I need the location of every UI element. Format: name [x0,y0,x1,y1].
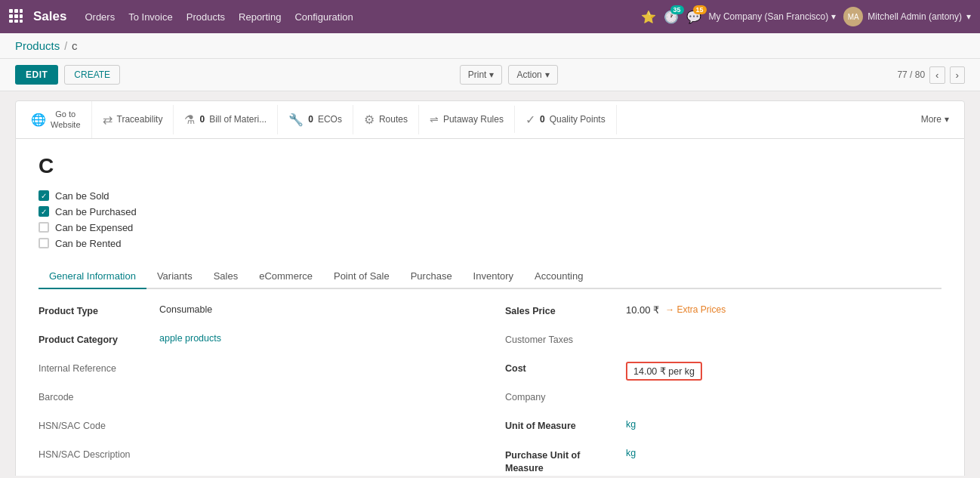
customer-taxes-label: Customer Taxes [505,333,626,345]
grid-icon[interactable] [9,9,23,25]
can-be-purchased-checkbox[interactable]: ✓ [39,206,49,217]
checkbox-can-be-rented: Can be Rented [39,238,941,249]
action-chevron-icon: ▾ [545,69,550,80]
bom-label: Bill of Materi... [209,114,267,125]
print-button[interactable]: Print ▾ [460,65,503,85]
svg-rect-4 [14,14,18,18]
quality-points-button[interactable]: ✓ 0 Quality Points [515,105,617,134]
ecos-icon: 🔧 [288,113,304,127]
nav-links: Orders To Invoice Products Reporting Con… [85,8,640,26]
tab-accounting[interactable]: Accounting [524,264,593,289]
company-selector[interactable]: My Company (San Francisco) ▾ [709,11,837,22]
can-be-expensed-checkbox[interactable] [39,222,49,233]
tab-general-information[interactable]: General Information [39,264,146,289]
more-label: More [921,114,941,125]
nav-reporting[interactable]: Reporting [239,8,281,26]
breadcrumb: Products / c [0,33,980,59]
putaway-icon: ⇌ [430,113,439,125]
star-icon[interactable]: ⭐ [641,10,656,24]
routes-label: Routes [379,114,408,125]
more-button[interactable]: More ▾ [911,106,960,132]
field-barcode: Barcode [39,390,475,410]
can-be-rented-label: Can be Rented [55,238,121,249]
form-area: C ✓ Can be Sold ✓ Can be Purchased Can b… [15,139,965,476]
right-fields: Sales Price 10.00 ₹ → Extra Prices Custo… [505,304,941,476]
can-be-sold-checkbox[interactable]: ✓ [39,190,49,201]
pagination: 77 / 80 ‹ › [897,66,965,84]
tab-sales[interactable]: Sales [203,264,249,289]
internal-reference-label: Internal Reference [39,362,159,374]
can-be-purchased-label: Can be Purchased [55,206,137,217]
cost-label: Cost [505,362,626,374]
nav-to-invoice[interactable]: To Invoice [128,8,173,26]
page-wrapper: Sales Orders To Invoice Products Reporti… [0,0,980,476]
field-company: Company [505,390,941,410]
checkbox-can-be-expensed: Can be Expensed [39,222,941,233]
hsn-description-label: HSN/SAC Description [39,448,159,460]
pagination-prev[interactable]: ‹ [929,66,945,84]
breadcrumb-separator: / [64,40,67,52]
routes-icon: ⚙ [364,113,374,127]
checkboxes: ✓ Can be Sold ✓ Can be Purchased Can be … [39,190,941,249]
cost-value[interactable]: 14.00 ₹ per kg [626,362,702,381]
tab-purchase[interactable]: Purchase [400,264,463,289]
svg-rect-8 [20,20,23,23]
uom-value[interactable]: kg [626,419,636,430]
tab-point-of-sale[interactable]: Point of Sale [323,264,400,289]
barcode-label: Barcode [39,390,159,402]
pagination-next[interactable]: › [950,66,965,84]
nav-products[interactable]: Products [186,8,225,26]
checkbox-can-be-sold: ✓ Can be Sold [39,190,941,202]
hsn-code-label: HSN/SAC Code [39,419,159,431]
purchase-uom-value[interactable]: kg [626,448,636,458]
goto-website-button[interactable]: 🌐 Go toWebsite [20,101,92,138]
top-navigation: Sales Orders To Invoice Products Reporti… [0,0,980,33]
field-hsn-code: HSN/SAC Code [39,419,475,439]
quality-label: Quality Points [550,114,606,125]
chat-icon[interactable]: 💬 15 [686,10,701,24]
purchase-uom-label: Purchase Unit ofMeasure [505,448,626,476]
field-uom: Unit of Measure kg [505,419,941,439]
topnav-right: ⭐ 🕐 35 💬 15 My Company (San Francisco) ▾… [641,7,971,26]
breadcrumb-parent[interactable]: Products [15,39,60,52]
edit-button[interactable]: EDIT [15,65,58,85]
left-fields: Product Type Consumable Product Category… [39,304,475,476]
tab-variants[interactable]: Variants [146,264,203,289]
svg-rect-1 [14,9,18,13]
globe-icon: 🌐 [31,113,46,127]
product-type-value: Consumable [159,304,212,315]
tab-inventory[interactable]: Inventory [463,264,524,289]
create-button[interactable]: CREATE [64,65,120,85]
clock-badge: 35 [670,5,684,14]
svg-rect-0 [9,9,13,13]
svg-rect-6 [9,20,13,23]
ecos-count: 0 [308,114,313,125]
product-tabs: General Information Variants Sales eComm… [39,264,941,289]
traceability-label: Traceability [117,114,163,125]
field-purchase-uom: Purchase Unit ofMeasure kg [505,448,941,476]
routes-button[interactable]: ⚙ Routes [353,105,419,134]
svg-rect-3 [9,14,13,18]
user-menu[interactable]: MA Mitchell Admin (antony) ▾ [843,7,971,26]
traceability-button[interactable]: ⇄ Traceability [92,105,174,134]
putaway-label: Putaway Rules [443,114,504,125]
clock-icon[interactable]: 🕐 35 [664,10,679,24]
can-be-rented-checkbox[interactable] [39,238,49,248]
can-be-sold-label: Can be Sold [55,190,109,202]
svg-rect-7 [14,20,18,23]
nav-configuration[interactable]: Configuration [294,8,353,26]
bom-count: 0 [199,114,205,125]
field-customer-taxes: Customer Taxes [505,333,941,353]
ecos-button[interactable]: 🔧 0 ECOs [278,105,353,134]
company-label: Company [505,390,626,402]
extra-prices-link[interactable]: → Extra Prices [665,304,726,315]
action-button[interactable]: Action ▾ [508,65,557,85]
bom-button[interactable]: ⚗ 0 Bill of Materi... [174,105,278,134]
tab-ecommerce[interactable]: eCommerce [248,264,323,289]
putaway-button[interactable]: ⇌ Putaway Rules [419,106,515,133]
nav-orders[interactable]: Orders [85,8,115,26]
smart-buttons-bar: 🌐 Go toWebsite ⇄ Traceability ⚗ 0 Bill o… [15,100,965,139]
svg-rect-2 [20,9,23,13]
product-category-value[interactable]: apple products [159,333,221,344]
field-sales-price: Sales Price 10.00 ₹ → Extra Prices [505,304,941,324]
